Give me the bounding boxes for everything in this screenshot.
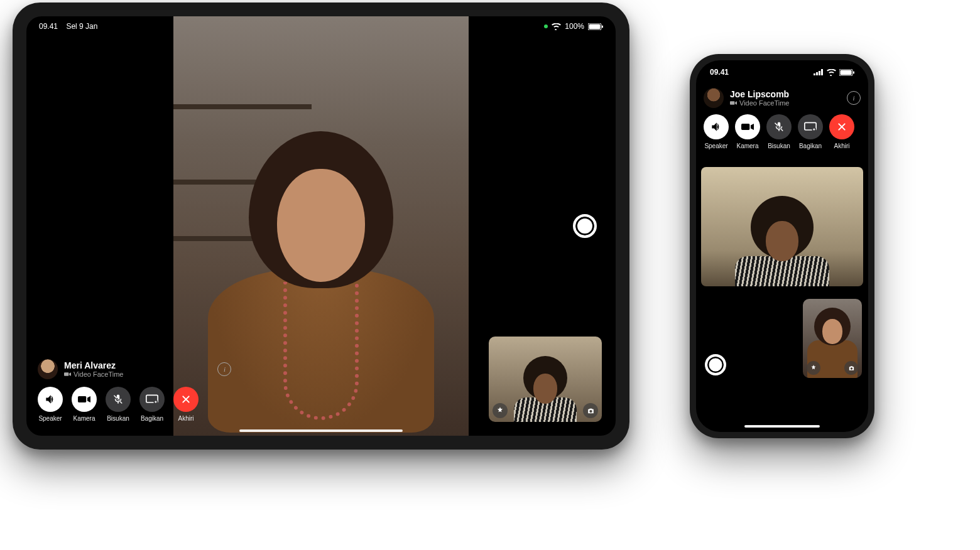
- camera-label: Kamera: [736, 143, 758, 149]
- mute-button[interactable]: [766, 114, 792, 139]
- flip-camera-button[interactable]: [844, 361, 858, 375]
- svg-rect-2: [602, 25, 603, 28]
- caller-name: Meri Alvarez: [64, 360, 123, 370]
- live-photo-shutter-button[interactable]: [705, 354, 726, 375]
- end-call-button[interactable]: [173, 387, 199, 412]
- flip-camera-button[interactable]: [583, 403, 598, 418]
- mute-button[interactable]: [106, 387, 131, 412]
- controls-row: Speaker Kamera Bisukan: [38, 387, 231, 422]
- controls-row: Speaker Kamera Bisukan: [704, 114, 861, 149]
- svg-rect-5: [814, 73, 815, 75]
- info-button[interactable]: i: [217, 362, 231, 376]
- svg-rect-6: [816, 72, 818, 75]
- video-icon: [64, 372, 71, 377]
- speaker-button[interactable]: [38, 387, 63, 412]
- caller-info-row: Meri Alvarez Video FaceTime i: [38, 359, 231, 379]
- effects-button[interactable]: [493, 403, 508, 418]
- ipad-device: 09.41 Sel 9 Jan 100%: [13, 3, 629, 450]
- remote-participant: [208, 131, 434, 420]
- remote-participant: [741, 196, 823, 286]
- svg-rect-10: [841, 70, 852, 75]
- mute-label: Bisukan: [107, 415, 129, 422]
- video-icon: [730, 100, 737, 105]
- speaker-button[interactable]: [704, 114, 729, 139]
- iphone-screen: 09.41 Joe Lipscomb: [696, 60, 868, 432]
- svg-rect-1: [589, 24, 601, 29]
- caller-avatar[interactable]: [704, 88, 724, 108]
- caller-subtitle: Video FaceTime: [64, 370, 123, 378]
- ipad-status-bar: 09.41 Sel 9 Jan 100%: [26, 20, 616, 33]
- camera-button[interactable]: [72, 387, 97, 412]
- ipad-screen: 09.41 Sel 9 Jan 100%: [26, 16, 616, 436]
- svg-rect-8: [821, 69, 823, 75]
- wifi-icon: [552, 23, 561, 30]
- end-label: Akhiri: [178, 415, 193, 422]
- home-indicator[interactable]: [744, 425, 820, 428]
- camera-label: Kamera: [73, 415, 95, 422]
- end-label: Akhiri: [834, 143, 849, 149]
- svg-rect-7: [819, 71, 820, 75]
- remote-video-feed[interactable]: [701, 167, 863, 286]
- cellular-icon: [814, 69, 824, 75]
- status-time: 09.41: [39, 22, 58, 31]
- svg-rect-11: [853, 71, 854, 73]
- camera-indicator-icon: [544, 24, 548, 28]
- dynamic-island: [754, 67, 810, 83]
- status-battery-pct: 100%: [565, 22, 584, 31]
- share-label: Bagikan: [799, 143, 822, 149]
- share-label: Bagikan: [141, 415, 163, 422]
- self-view-pip[interactable]: [489, 337, 602, 422]
- caller-info-row: Joe Lipscomb Video FaceTime i: [704, 88, 861, 108]
- self-participant: [517, 356, 574, 422]
- battery-icon: [588, 23, 603, 30]
- status-time: 09.41: [710, 68, 729, 77]
- live-photo-shutter-button[interactable]: [573, 214, 597, 238]
- share-button[interactable]: [139, 387, 165, 412]
- home-indicator[interactable]: [239, 429, 403, 432]
- status-date: Sel 9 Jan: [66, 22, 97, 31]
- camera-button[interactable]: [735, 114, 760, 139]
- status-right: [814, 69, 854, 76]
- iphone-device: 09.41 Joe Lipscomb: [690, 54, 874, 438]
- call-controls-overlay: Meri Alvarez Video FaceTime i Speaker: [38, 359, 231, 422]
- speaker-label: Speaker: [704, 143, 727, 149]
- info-button[interactable]: i: [847, 91, 861, 105]
- battery-icon: [839, 69, 854, 76]
- share-button[interactable]: [798, 114, 823, 139]
- effects-button[interactable]: [807, 361, 820, 375]
- caller-name: Joe Lipscomb: [730, 89, 841, 99]
- mute-label: Bisukan: [768, 143, 790, 149]
- status-left: 09.41 Sel 9 Jan: [39, 22, 97, 31]
- speaker-label: Speaker: [38, 415, 62, 422]
- caller-subtitle: Video FaceTime: [730, 99, 841, 107]
- call-controls-overlay: Joe Lipscomb Video FaceTime i Speaker: [704, 88, 861, 149]
- status-right: 100%: [544, 22, 603, 31]
- caller-avatar[interactable]: [38, 359, 58, 379]
- end-call-button[interactable]: [829, 114, 854, 139]
- self-view-pip[interactable]: [803, 299, 862, 378]
- wifi-icon: [827, 69, 836, 76]
